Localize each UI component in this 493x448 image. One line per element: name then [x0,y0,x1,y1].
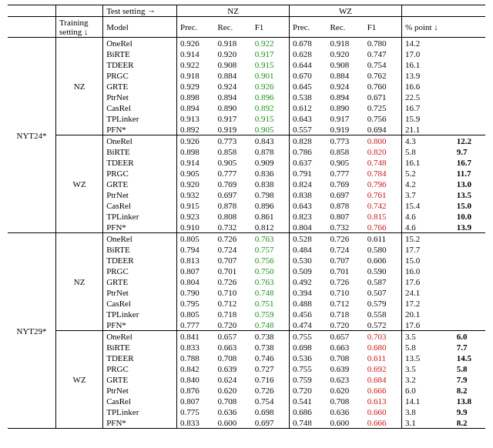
nz-f1: 0.759 [252,309,290,319]
pct-point: 4.6 [402,211,454,222]
model-cell: PFN* [103,417,177,429]
bold-delta [454,124,485,135]
wz-prec: 0.670 [290,70,327,81]
wz-prec: 0.612 [290,102,327,113]
nz-f1: 0.915 [252,59,290,70]
model-cell: PRGC [103,168,177,179]
nz-f1: 0.812 [252,222,290,233]
wz-rec: 0.724 [327,244,364,255]
wz-prec: 0.394 [290,287,327,298]
nz-f1: 0.909 [252,157,290,168]
col-group-wz: WZ [290,5,402,17]
wz-rec: 0.657 [327,331,364,343]
wz-rec: 0.858 [327,146,364,157]
wz-prec: 0.637 [290,157,327,168]
nz-rec: 0.884 [214,70,251,81]
wz-rec: 0.600 [327,417,364,429]
nz-prec: 0.905 [177,168,215,179]
nz-prec: 0.794 [177,244,215,255]
nz-prec: 0.929 [177,81,215,92]
wz-f1: 0.680 [364,342,402,353]
wz-f1: 0.613 [364,396,402,406]
wz-prec: 0.823 [290,211,327,222]
nz-rec: 0.600 [214,417,251,429]
nz-f1: 0.896 [252,200,290,211]
wz-prec: 0.538 [290,92,327,102]
pct-point: 3.7 [402,189,454,200]
bold-delta [454,102,485,113]
model-cell: BiRTE [103,342,177,353]
training-setting: NZ [56,38,103,135]
pct-point: 5.8 [402,342,454,353]
wz-f1: 0.760 [364,81,402,92]
nz-prec: 0.898 [177,146,215,157]
nz-f1: 0.843 [252,135,290,147]
nz-f1: 0.905 [252,124,290,135]
bold-delta [454,255,485,266]
prec-header-wz: Prec. [290,17,327,38]
wz-f1: 0.796 [364,179,402,189]
nz-f1: 0.922 [252,38,290,49]
nz-rec: 0.894 [214,92,251,102]
nz-rec: 0.920 [214,48,251,59]
nz-f1: 0.748 [252,287,290,298]
wz-f1: 0.784 [364,168,402,179]
model-cell: TPLinker [103,406,177,417]
model-cell: GRTE [103,179,177,189]
pct-point: 3.1 [402,417,454,429]
nz-prec: 0.841 [177,331,215,343]
wz-rec: 0.777 [327,168,364,179]
pct-point: 6.0 [402,385,454,396]
nz-rec: 0.697 [214,189,251,200]
pct-point: 16.0 [402,266,454,276]
wz-prec: 0.557 [290,124,327,135]
f1-header-wz: F1 [364,17,402,38]
wz-f1: 0.666 [364,385,402,396]
nz-f1: 0.896 [252,92,290,102]
bold-delta: 9.7 [454,146,485,157]
wz-rec: 0.726 [327,276,364,287]
wz-rec: 0.884 [327,70,364,81]
wz-f1: 0.703 [364,331,402,343]
bold-delta [454,287,485,298]
wz-f1: 0.611 [364,233,402,245]
nz-f1: 0.763 [252,233,290,245]
nz-prec: 0.926 [177,135,215,147]
wz-prec: 0.720 [290,385,327,396]
bold-delta: 14.5 [454,353,485,363]
model-cell: BiRTE [103,146,177,157]
wz-rec: 0.663 [327,342,364,353]
nz-rec: 0.905 [214,157,251,168]
model-cell: TDEER [103,255,177,266]
wz-rec: 0.924 [327,81,364,92]
bold-delta [454,233,485,245]
wz-prec: 0.698 [290,342,327,353]
wz-prec: 0.541 [290,396,327,406]
bold-delta [454,319,485,331]
pct-point: 15.0 [402,255,454,266]
wz-f1: 0.590 [364,266,402,276]
wz-prec: 0.838 [290,189,327,200]
nz-f1: 0.917 [252,48,290,59]
nz-f1: 0.746 [252,353,290,363]
nz-prec: 0.805 [177,309,215,319]
nz-prec: 0.833 [177,342,215,353]
wz-rec: 0.712 [327,298,364,309]
wz-f1: 0.671 [364,92,402,102]
nz-rec: 0.620 [214,385,251,396]
wz-prec: 0.536 [290,353,327,363]
nz-prec: 0.898 [177,92,215,102]
col-group-nz: NZ [177,5,290,17]
wz-prec: 0.528 [290,233,327,245]
model-cell: TDEER [103,157,177,168]
nz-prec: 0.807 [177,396,215,406]
wz-prec: 0.759 [290,374,327,385]
nz-rec: 0.657 [214,331,251,343]
wz-rec: 0.878 [327,200,364,211]
model-cell: GRTE [103,374,177,385]
wz-prec: 0.644 [290,59,327,70]
bold-delta [454,298,485,309]
wz-prec: 0.530 [290,255,327,266]
wz-prec: 0.488 [290,298,327,309]
bold-delta: 11.7 [454,168,485,179]
